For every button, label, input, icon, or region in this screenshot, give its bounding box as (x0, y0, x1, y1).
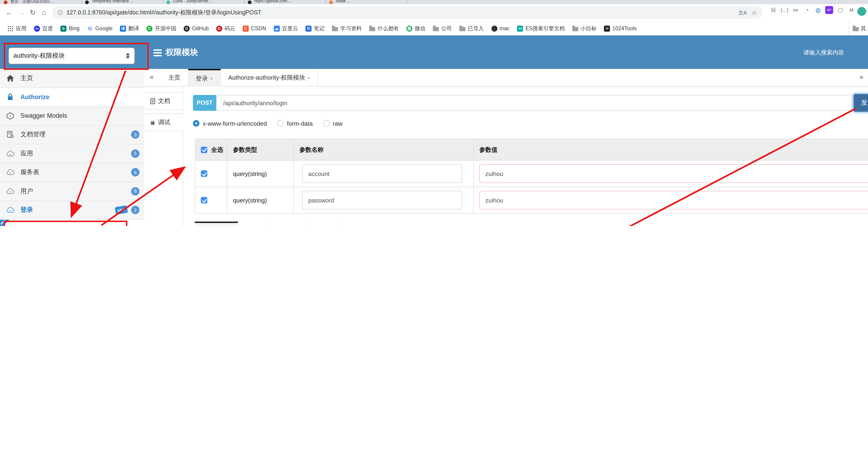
api-icon: API (6, 150, 14, 157)
row-checkbox[interactable] (201, 197, 207, 203)
extension-icon[interactable]: en (792, 6, 800, 14)
doc-debug-tab-column: 文档调试 (144, 87, 183, 226)
bookmark-item[interactable]: mac (491, 25, 509, 31)
translate-icon[interactable]: 文A (738, 9, 747, 16)
bookmark-item[interactable]: GGitHub (184, 25, 209, 31)
sidebar-item-服务表[interactable]: API服务表6 (0, 163, 144, 182)
browser-tab[interactable]: https://github.com… (244, 0, 326, 4)
count-badge: 9 (131, 187, 140, 196)
extension-icon[interactable]: RP (825, 6, 833, 14)
response-tab-Raw[interactable]: Raw (238, 222, 269, 226)
radio-dot-icon[interactable] (323, 120, 330, 126)
response-tab-响应内容[interactable]: 响应内容 (195, 222, 238, 226)
bookmark-item[interactable]: CCSDN (243, 25, 266, 31)
extension-icon[interactable]: 回 (769, 6, 777, 14)
sidebar-item-文档管理[interactable]: 文档管理3 (0, 125, 144, 144)
sidebar-item-主页[interactable]: 主页 (0, 69, 144, 88)
bookmark-item[interactable]: 微微信 (406, 25, 425, 32)
radio-raw[interactable]: raw (323, 120, 342, 127)
browser-tab[interactable]: Temporary Interface… (81, 0, 163, 4)
tab-Authorize-authority-权限模块[interactable]: Authorize-authority-权限模块× (221, 69, 318, 87)
bookmark-item[interactable]: ESES搜索引擎文档 (517, 25, 565, 32)
tab-label: 登录 (196, 74, 208, 83)
bookmark-item[interactable]: bBing (60, 25, 80, 31)
bookmark-item[interactable]: 已导入 (459, 25, 484, 32)
tabs-scroll-right-icon[interactable]: » (859, 73, 863, 81)
tab-登录[interactable]: 登录× (188, 69, 221, 87)
response-tab-Curl[interactable]: Curl (311, 222, 341, 226)
tab-close-icon[interactable]: × (308, 75, 310, 80)
other-bookmarks-folder[interactable]: 其 (848, 21, 866, 35)
info-icon[interactable]: ⓘ (58, 9, 63, 16)
response-tab-Headers[interactable]: Headers (269, 222, 311, 226)
bookmark-label: 百度 (42, 25, 53, 32)
radio-dot-icon[interactable] (277, 120, 284, 126)
param-name-input[interactable]: account (302, 164, 462, 183)
sidebar-item-Swagger Models[interactable]: ASwagger Models (0, 107, 144, 125)
select-all-checkbox[interactable] (201, 146, 207, 153)
header-search-input[interactable]: 请输入搜索内容 (803, 49, 844, 57)
url-text[interactable]: 127.0.0.1:8760/api/gate/doc.html#/author… (66, 9, 261, 17)
bookmark-item[interactable]: 应用 (7, 25, 27, 32)
bookmark-label: 码云 (224, 25, 235, 32)
home-icon[interactable]: ⌂ (42, 8, 46, 16)
request-url-field[interactable]: /api/authority/anno/login (216, 95, 852, 111)
bookmark-item[interactable]: 小目标 (572, 25, 596, 32)
extension-icon[interactable]: {…} (781, 6, 788, 14)
bookmark-item[interactable]: 什么都有 (369, 25, 399, 32)
radio-form-data[interactable]: form-data (277, 120, 313, 127)
param-name-input[interactable]: password (302, 191, 462, 209)
browser-tabstrip[interactable]: 首页 · 注册/JSESSIO…Temporary Interface…Luna… (0, 0, 868, 4)
bookmark-item[interactable]: GGoogle (87, 25, 113, 31)
folder-icon (369, 27, 375, 31)
sidebar-item-用户[interactable]: API用户9 (0, 182, 144, 201)
bookmark-label: 已导入 (468, 25, 484, 32)
browser-tab[interactable]: Node… (326, 0, 407, 4)
vtab-文档[interactable]: 文档 (144, 92, 183, 110)
bookmark-item[interactable]: 公司 (433, 25, 452, 32)
param-value-input[interactable]: zuihou (479, 191, 868, 209)
radio-x-www-form-urlencoded[interactable]: x-www-form-urlencoded (193, 120, 267, 127)
bookmark-label: 应用 (16, 25, 27, 32)
sidebar-item-应用[interactable]: API应用5 (0, 144, 144, 163)
tabs-scroll-left-icon[interactable]: « (150, 73, 154, 81)
bookmark-item[interactable]: C开源中国 (147, 25, 176, 32)
back-icon[interactable]: ← (6, 8, 12, 16)
baidu-icon: du (34, 25, 40, 31)
svg-text:A: A (9, 114, 11, 118)
sidebar-item-Authorize[interactable]: Authorize (0, 88, 144, 107)
api-icon: API (6, 188, 14, 195)
browser-tab[interactable]: Luna - JumpServer… (163, 0, 245, 4)
menu-toggle-icon[interactable] (153, 49, 162, 56)
extension-icon[interactable]: M (847, 6, 856, 14)
bookmark-label: 学习资料 (340, 25, 362, 32)
bookmark-item[interactable]: 译翻译 (120, 25, 139, 32)
profile-avatar[interactable] (857, 7, 866, 16)
browser-tab[interactable]: 首页 · 注册/JSESSIO… (0, 0, 82, 4)
folder-icon (332, 27, 338, 31)
extension-icon[interactable]: ◍ (814, 6, 822, 14)
bookmark-star-icon[interactable]: ☆ (751, 9, 757, 16)
bookmark-item[interactable]: du百度 (34, 25, 53, 32)
radio-dot-icon[interactable] (193, 120, 199, 126)
bookmark-item[interactable]: 学习资料 (332, 25, 362, 32)
tab-close-icon[interactable]: × (210, 76, 213, 81)
tab-主页[interactable]: 主页 (161, 69, 188, 87)
extension-icon[interactable]: ◔ (803, 6, 811, 14)
address-bar[interactable]: ⓘ 127.0.0.1:8760/api/gate/doc.html#/auth… (52, 6, 763, 19)
param-type: query(string) (227, 187, 294, 213)
sidebar-item-label: Swagger Models (21, 112, 67, 119)
sidebar-item-登录[interactable]: API登录NEW2 (0, 201, 144, 220)
extension-icon[interactable]: ◯ (836, 6, 844, 14)
bookmark-item[interactable]: 101024Tools (604, 25, 637, 31)
forward-icon[interactable]: → (18, 8, 25, 16)
send-button[interactable]: 发 (854, 94, 868, 112)
vtab-调试[interactable]: 调试 (144, 114, 184, 131)
reload-icon[interactable]: ↻ (30, 8, 36, 17)
param-value-input[interactable]: zuihou (479, 164, 868, 183)
content-tabbar: « 主页登录×Authorize-authority-权限模块× » (144, 69, 868, 87)
row-checkbox[interactable] (201, 170, 207, 177)
bookmark-item[interactable]: N笔记 (305, 25, 324, 32)
bookmark-item[interactable]: G码云 (216, 25, 235, 32)
bookmark-item[interactable]: ☁百度云 (274, 25, 298, 32)
